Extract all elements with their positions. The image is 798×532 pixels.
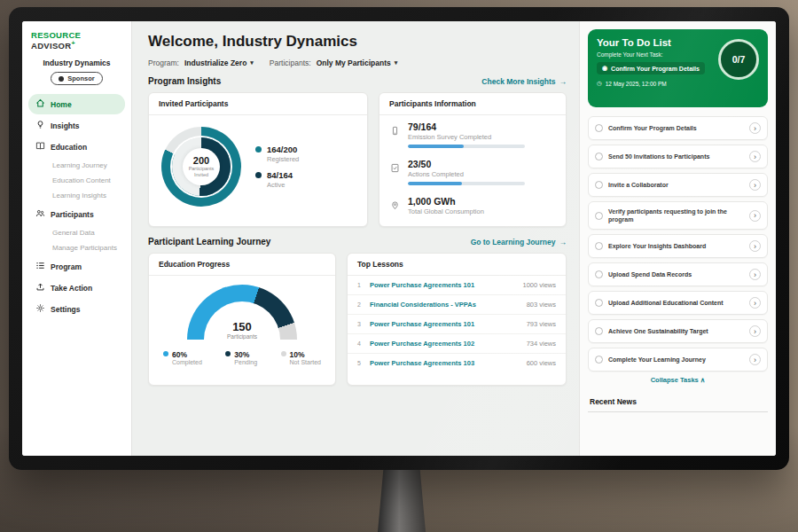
task-item[interactable]: Confirm Your Program Details › — [588, 116, 768, 140]
lesson-row: 3 Power Purchase Agreements 101 793 view… — [348, 315, 566, 334]
education-progress-card: Education Progress 150 Participants — [148, 253, 336, 386]
next-task-pill[interactable]: ◉ Confirm Your Program Details — [597, 62, 705, 74]
sidebar-item-learning-journey[interactable]: Learning Journey — [28, 158, 125, 173]
participants-information-card: Participants Information 79/164 Emission… — [379, 92, 567, 227]
legend-dot — [225, 351, 231, 356]
task-item[interactable]: Verify participants requesting to join t… — [588, 201, 768, 230]
sidebar-item-home[interactable]: Home — [28, 94, 125, 114]
lesson-row: 1 Power Purchase Agreements 101 1000 vie… — [348, 276, 566, 295]
app-logo: RESOURCE ADVISOR+ — [28, 30, 125, 51]
sidebar-item-general-data[interactable]: General Data — [28, 225, 125, 240]
top-lessons-card: Top Lessons 1 Power Purchase Agreements … — [347, 253, 567, 386]
legend-dot — [255, 146, 262, 153]
caret-up-icon: ∧ — [700, 376, 706, 384]
sidebar-item-education-content[interactable]: Education Content — [28, 173, 125, 188]
checkbox-icon[interactable] — [595, 270, 603, 278]
task-item[interactable]: Complete Your Learning Journey › — [588, 348, 768, 372]
checkbox-icon[interactable] — [595, 299, 603, 307]
sidebar-item-settings[interactable]: Settings — [28, 299, 125, 319]
invited-legend: 164/200 Registered 84/164 Active — [255, 137, 299, 196]
program-filter-label: Program: — [148, 59, 179, 67]
chevron-right-icon[interactable]: › — [749, 179, 761, 191]
task-item[interactable]: Upload Spend Data Records › — [588, 262, 768, 286]
checkbox-icon[interactable] — [595, 327, 603, 335]
gear-icon — [35, 303, 45, 315]
checkbox-icon[interactable] — [595, 212, 603, 220]
task-item[interactable]: Achieve One Sustainability Target › — [588, 319, 768, 343]
radio-icon: ◉ — [602, 65, 607, 72]
todo-hero-card: Your To Do List Complete Your Next Task:… — [588, 29, 768, 107]
card-title: Education Progress — [149, 254, 335, 276]
chevron-right-icon[interactable]: › — [749, 269, 761, 280]
program-insights-row: Invited Participants 200 Participants In… — [148, 92, 567, 227]
chevron-right-icon[interactable]: › — [749, 325, 761, 337]
task-item[interactable]: Upload Additional Educational Content › — [588, 291, 768, 315]
sidebar-item-manage-participants[interactable]: Manage Participants — [28, 240, 125, 255]
lesson-link[interactable]: Power Purchase Agreements 103 — [370, 359, 520, 367]
monitor-stand — [378, 468, 426, 532]
chevron-right-icon[interactable]: › — [749, 297, 761, 309]
program-filter-dropdown[interactable]: Industrialize Zero ▾ — [184, 59, 254, 67]
invited-donut-chart: 200 Participants Invited — [161, 127, 241, 207]
lesson-link[interactable]: Power Purchase Agreements 101 — [370, 320, 520, 328]
card-title: Top Lessons — [348, 254, 566, 276]
checkbox-icon[interactable] — [595, 181, 603, 189]
clock-icon: ◷ — [597, 80, 602, 87]
card-title: Participants Information — [379, 93, 566, 115]
checkbox-icon[interactable] — [595, 356, 603, 364]
checkbox-icon[interactable] — [595, 153, 603, 160]
upload-icon — [35, 282, 45, 293]
bulb-icon — [35, 120, 45, 131]
checkbox-icon[interactable] — [595, 124, 603, 132]
go-to-learning-journey-link[interactable]: Go to Learning Journey → — [471, 238, 567, 246]
brand-primary: RESOURCE — [31, 30, 81, 40]
stat-row: 79/164 Emission Survey Completed — [379, 115, 566, 153]
chevron-right-icon[interactable]: › — [749, 210, 761, 222]
sidebar-nav: Home Insights Education Learning Journey… — [28, 94, 125, 319]
lesson-link[interactable]: Financial Considerations - VPPAs — [370, 301, 520, 309]
book-icon — [35, 141, 45, 153]
chevron-right-icon[interactable]: › — [749, 122, 761, 134]
program-insights-header: Program Insights Check More Insights → — [148, 76, 567, 86]
chevron-right-icon[interactable]: › — [749, 354, 761, 365]
sidebar-item-participants[interactable]: Participants — [28, 204, 125, 224]
task-item[interactable]: Explore Your Insights Dashboard › — [588, 234, 768, 258]
lesson-row: 2 Financial Considerations - VPPAs 803 v… — [348, 295, 566, 315]
lesson-link[interactable]: Power Purchase Agreements 102 — [370, 340, 520, 348]
screen: RESOURCE ADVISOR+ Industry Dynamics Spon… — [22, 21, 776, 456]
lesson-link[interactable]: Power Purchase Agreements 101 — [370, 281, 516, 289]
legend-item: 84/164 Active — [255, 170, 299, 189]
arrow-right-icon: → — [559, 77, 567, 86]
brand-plus: + — [71, 40, 74, 46]
task-item[interactable]: Send 50 Invitations to Participants › — [588, 145, 768, 168]
sidebar-item-learning-insights[interactable]: Learning Insights — [28, 188, 125, 203]
monitor: RESOURCE ADVISOR+ Industry Dynamics Spon… — [9, 7, 789, 470]
task-list: Confirm Your Program Details › Send 50 I… — [588, 116, 768, 372]
lesson-row: 4 Power Purchase Agreements 102 734 view… — [348, 334, 566, 354]
sponsor-badge-label: Sponsor — [67, 74, 94, 82]
sidebar-item-education[interactable]: Education — [28, 137, 125, 157]
task-item[interactable]: Invite a Collaborator › — [588, 173, 768, 197]
chevron-right-icon[interactable]: › — [749, 151, 761, 162]
todo-panel: Your To Do List Complete Your Next Task:… — [579, 21, 776, 456]
scene-background: RESOURCE ADVISOR+ Industry Dynamics Spon… — [0, 0, 798, 532]
checkbox-icon[interactable] — [595, 242, 603, 250]
section-title: Program Insights — [148, 76, 221, 86]
legend-item: 10% Not Started — [281, 350, 321, 365]
education-gauge-chart: 150 Participants — [187, 285, 297, 340]
education-legend: 60% Completed 30% Pending — [149, 340, 335, 365]
lesson-row: 5 Power Purchase Agreements 103 600 view… — [348, 354, 566, 372]
collapse-tasks-link[interactable]: Collapse Tasks ∧ — [588, 376, 768, 384]
check-more-insights-link[interactable]: Check More Insights → — [481, 77, 567, 86]
invited-participants-card: Invited Participants 200 Participants In… — [148, 92, 368, 227]
sidebar-item-take-action[interactable]: Take Action — [28, 278, 125, 298]
chevron-right-icon[interactable]: › — [749, 240, 761, 252]
participants-filter-dropdown[interactable]: Only My Participants ▾ — [317, 59, 398, 67]
stat-row: 23/50 Actions Completed — [379, 153, 566, 190]
sponsor-icon — [59, 76, 64, 82]
sidebar-item-insights[interactable]: Insights — [28, 115, 125, 136]
sponsor-badge[interactable]: Sponsor — [51, 72, 102, 85]
home-icon — [35, 98, 45, 110]
sidebar-item-program[interactable]: Program — [28, 256, 125, 277]
chevron-down-icon: ▾ — [250, 59, 254, 66]
